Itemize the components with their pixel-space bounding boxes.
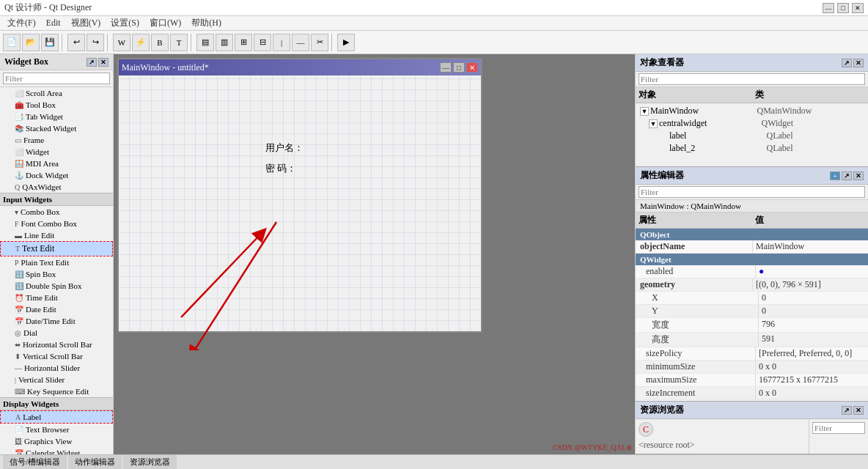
menu-view[interactable]: 视图(V) [67, 16, 106, 30]
close-button[interactable]: ✕ [852, 3, 864, 13]
list-item[interactable]: 📑 Tab Widget [0, 111, 113, 122]
list-item[interactable]: | Vertical Slider [0, 374, 113, 385]
text-edit-item[interactable]: T Text Edit [0, 241, 113, 256]
prop-row-maxsize[interactable]: maximumSize 16777215 x 16777215 [636, 374, 868, 387]
list-item[interactable]: ◎ Dial [0, 327, 113, 339]
inspector-filter-input[interactable] [639, 73, 865, 85]
break-layout-button[interactable]: ✂ [311, 34, 328, 51]
obj-name-label2: label_2 [669, 143, 767, 154]
prop-row-sizepolicy[interactable]: sizePolicy [Preferred, Preferred, 0, 0] [636, 347, 868, 361]
list-item[interactable]: 🪟 MDI Area [0, 158, 113, 169]
list-item[interactable]: ⚓ Dock Widget [0, 169, 113, 181]
inner-close[interactable]: ✕ [466, 62, 478, 73]
inspector-close-button[interactable]: ✕ [853, 59, 864, 67]
list-item[interactable]: P Plain Text Edit [0, 256, 113, 268]
list-item[interactable]: Q QAxWidget [0, 181, 113, 193]
list-item[interactable]: 🖼 Graphics View [0, 435, 113, 447]
prop-filter-area [636, 185, 868, 200]
expand-centralwidget[interactable]: ▼ [649, 119, 658, 128]
list-item[interactable]: ▬ Line Edit [0, 229, 113, 241]
widget-box-header: Widget Box ↗ ✕ [0, 54, 113, 70]
layout-split-h-button[interactable]: | [273, 34, 290, 51]
prop-row-objectname[interactable]: objectName MainWindow [636, 240, 868, 254]
redo-button[interactable]: ↪ [87, 34, 104, 51]
list-item[interactable]: 🧰 Tool Box [0, 99, 113, 111]
widget-box-filter-input[interactable] [3, 73, 110, 84]
list-item[interactable]: ⌨ Key Sequence Edit [0, 385, 113, 397]
list-item[interactable]: ▭ Frame [0, 134, 113, 146]
list-item[interactable]: 📅 Date Edit [0, 303, 113, 315]
obj-row-centralwidget[interactable]: ▼ centralwidget QWidget [637, 117, 867, 130]
list-item[interactable]: ⬍ Vertical Scroll Bar [0, 350, 113, 362]
menu-settings[interactable]: 设置(S) [106, 16, 144, 30]
prop-float-button[interactable]: ↗ [842, 171, 852, 180]
menu-file[interactable]: 文件(F) [3, 16, 40, 30]
prop-row-width[interactable]: 宽度 796 [636, 318, 868, 333]
tab-signal-slot[interactable]: 信号/槽编辑器 [3, 455, 67, 469]
widget-box-close[interactable]: ✕ [98, 58, 108, 67]
open-button[interactable]: 📂 [22, 34, 40, 51]
obj-row-label2[interactable]: label_2 QLabel [637, 142, 867, 155]
list-item[interactable]: 📄 Text Browser [0, 424, 113, 435]
resource-float-button[interactable]: ↗ [842, 406, 852, 415]
widget-editor-button[interactable]: W [113, 34, 130, 51]
prop-row-geometry[interactable]: geometry [(0, 0), 796 × 591] [636, 278, 868, 292]
list-item[interactable]: ⏰ Time Edit [0, 292, 113, 303]
obj-row-mainwindow[interactable]: ▼ MainWindow QMainWindow [637, 105, 867, 117]
expand-mainwindow[interactable]: ▼ [640, 107, 649, 116]
prop-row-sizeincrement[interactable]: sizeIncrement 0 x 0 [636, 387, 868, 400]
text-edit-label: Text Edit [22, 243, 54, 254]
list-item[interactable]: ▾ Combo Box [0, 206, 113, 218]
menu-help[interactable]: 帮助(H) [187, 16, 226, 30]
list-item[interactable]: 🔢 Double Spin Box [0, 280, 113, 292]
tab-order-button[interactable]: T [170, 34, 188, 51]
list-item[interactable]: — Horizontal Slider [0, 362, 113, 374]
maximize-button[interactable]: □ [837, 3, 849, 13]
save-button[interactable]: 💾 [41, 34, 59, 51]
prop-row-basesize[interactable]: baseSize 0 x 0 [636, 400, 868, 401]
layout-v-button[interactable]: ▥ [216, 34, 233, 51]
tab-resource-browser[interactable]: 资源浏览器 [123, 455, 177, 469]
minimize-button[interactable]: — [823, 3, 834, 13]
list-item[interactable]: ⬜ Scroll Area [0, 87, 113, 99]
list-item[interactable]: 🔢 Spin Box [0, 268, 113, 280]
list-item[interactable]: 📅 Calendar Widget [0, 447, 113, 454]
inner-maximize[interactable]: □ [453, 62, 465, 73]
layout-grid-button[interactable]: ⊟ [254, 34, 271, 51]
list-item[interactable]: F Font Combo Box [0, 218, 113, 229]
prop-breadcrumb: MainWindow : QMainWindow [636, 200, 868, 213]
obj-name-label: label [669, 130, 767, 141]
inner-minimize[interactable]: — [440, 62, 452, 73]
preview-button[interactable]: ▶ [337, 34, 355, 51]
list-item[interactable]: ⬜ Widget [0, 146, 113, 158]
new-button[interactable]: 📄 [3, 34, 21, 51]
prop-add-button[interactable]: + [830, 171, 840, 180]
tab-action-editor[interactable]: 动作编辑器 [68, 455, 122, 469]
resource-filter-input[interactable] [812, 422, 865, 434]
inspector-float-button[interactable]: ↗ [842, 59, 852, 67]
prop-row-height[interactable]: 高度 591 [636, 333, 868, 347]
undo-button[interactable]: ↩ [67, 34, 85, 51]
prop-row-enabled[interactable]: enabled ● [636, 265, 868, 278]
prop-row-x[interactable]: X 0 [636, 292, 868, 305]
layout-form-button[interactable]: ⊞ [235, 34, 252, 51]
list-item[interactable]: ⬌ Horizontal Scroll Bar [0, 339, 113, 350]
label-item[interactable]: A Label [0, 410, 113, 424]
widget-box-float[interactable]: ↗ [87, 58, 97, 67]
obj-row-label[interactable]: label QLabel [637, 130, 867, 142]
toolbar: 📄 📂 💾 ↩ ↪ W ⚡ B T ▤ ▥ ⊞ ⊟ | — ✂ ▶ [0, 31, 868, 54]
prop-filter-input[interactable] [639, 186, 865, 198]
inner-content[interactable]: 用户名： 密 码： [119, 75, 481, 331]
list-item[interactable]: 📚 Stacked Widget [0, 122, 113, 134]
menu-edit[interactable]: Edit [42, 17, 65, 29]
buddy-button[interactable]: B [151, 34, 169, 51]
list-item[interactable]: 📅 Date/Time Edit [0, 315, 113, 327]
layout-split-v-button[interactable]: — [292, 34, 309, 51]
layout-h-button[interactable]: ▤ [196, 34, 214, 51]
prop-close-button[interactable]: ✕ [853, 171, 864, 180]
signal-slot-button[interactable]: ⚡ [132, 34, 150, 51]
prop-row-minsize[interactable]: minimumSize 0 x 0 [636, 361, 868, 374]
menu-window[interactable]: 窗口(W) [145, 16, 185, 30]
resource-close-button[interactable]: ✕ [853, 406, 864, 415]
prop-row-y[interactable]: Y 0 [636, 305, 868, 318]
